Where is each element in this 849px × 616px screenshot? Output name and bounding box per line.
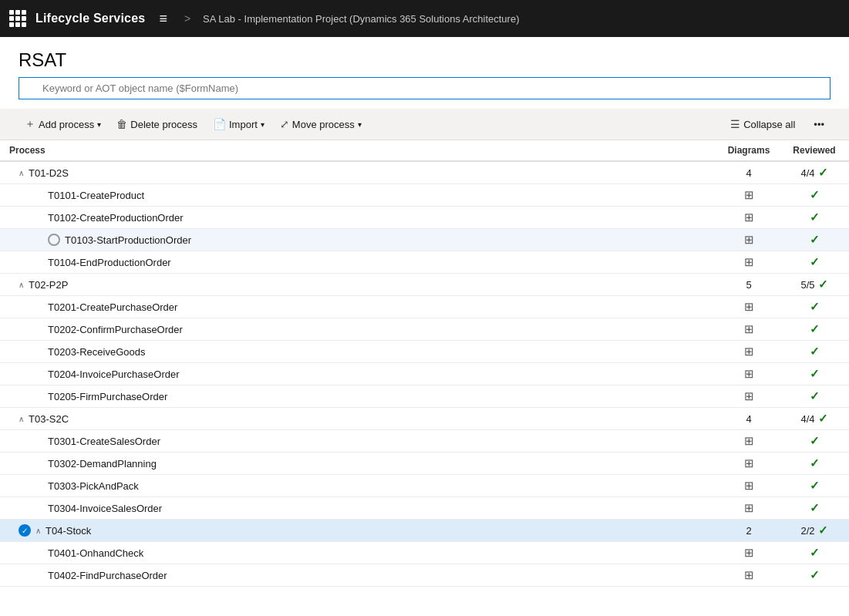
reviewed-cell: ✓	[780, 497, 849, 520]
chevron-icon[interactable]: ∧	[19, 415, 24, 423]
diagrams-cell: ⊞	[718, 341, 780, 363]
delete-process-button[interactable]: 🗑 Delete process	[110, 114, 204, 134]
table-row[interactable]: T0401-OnhandCheck⊞✓	[0, 542, 849, 564]
diagram-link-icon[interactable]: ⊞	[744, 546, 754, 559]
chevron-icon[interactable]: ∧	[35, 527, 41, 535]
table-row[interactable]: T0304-InvoiceSalesOrder⊞✓	[0, 497, 849, 520]
process-name-label: T0205-FirmPurchaseOrder	[48, 391, 167, 402]
diagrams-cell: ⊞	[718, 296, 780, 318]
reviewed-check-icon: ✓	[810, 367, 820, 380]
table-row[interactable]: ∧T02-P2P55/5✓	[0, 274, 849, 296]
table-row[interactable]: T0202-ConfirmPurchaseOrder⊞✓	[0, 318, 849, 341]
reviewed-check-icon: ✓	[810, 300, 820, 313]
hamburger-icon[interactable]: ≡	[154, 8, 172, 30]
breadcrumb: SA Lab - Implementation Project (Dynamic…	[203, 13, 519, 25]
table-row[interactable]: T0102-CreateProductionOrder⊞✓	[0, 207, 849, 229]
diagram-link-icon[interactable]: ⊞	[744, 322, 754, 335]
process-name-label: T0104-EndProductionOrder	[48, 257, 171, 268]
reviewed-cell: ✓	[780, 564, 849, 587]
diagram-link-icon[interactable]: ⊞	[744, 188, 754, 201]
more-options-button[interactable]: •••	[807, 115, 830, 134]
search-container: 🔍	[0, 77, 849, 109]
reviewed-cell: ✓	[780, 430, 849, 453]
grid-menu-icon[interactable]	[9, 10, 26, 27]
table-row[interactable]: T0203-ReceiveGoods⊞✓	[0, 341, 849, 363]
reviewed-cell: ✓	[780, 251, 849, 274]
reviewed-check-icon: ✓	[810, 322, 820, 335]
process-name-label: T0103-StartProductionOrder	[65, 234, 191, 246]
reviewed-check-icon: ✓	[810, 546, 820, 559]
search-input[interactable]	[19, 77, 830, 99]
app-title: Lifecycle Services	[35, 12, 145, 25]
column-diagrams: Diagrams	[718, 140, 780, 161]
diagrams-cell: ⊞	[718, 564, 780, 587]
reviewed-cell: 4/4✓	[780, 161, 849, 184]
table-row[interactable]: T0204-InvoicePurchaseOrder⊞✓	[0, 363, 849, 385]
diagram-link-icon[interactable]: ⊞	[744, 479, 754, 492]
import-button[interactable]: 📄 Import ▾	[207, 114, 271, 134]
table-row[interactable]: ∧T03-S2C44/4✓	[0, 408, 849, 430]
table-row[interactable]: T0201-CreatePurchaseOrder⊞✓	[0, 296, 849, 318]
process-name-label: T0303-PickAndPack	[48, 480, 139, 492]
process-name-label: T0201-CreatePurchaseOrder	[48, 301, 177, 313]
reviewed-badge: 4/4✓	[789, 166, 840, 180]
process-name-label: T0101-CreateProduct	[48, 190, 144, 201]
move-process-button[interactable]: ⤢ Move process ▾	[274, 114, 368, 134]
breadcrumb-separator: >	[184, 12, 190, 25]
diagrams-cell: ⊞	[718, 184, 780, 207]
add-process-button[interactable]: ＋ Add process ▾	[19, 113, 107, 135]
diagram-link-icon[interactable]: ⊞	[744, 255, 754, 268]
diagram-link-icon[interactable]: ⊞	[744, 233, 754, 246]
reviewed-cell: ✓	[780, 207, 849, 229]
table-row[interactable]: T0205-FirmPurchaseOrder⊞✓	[0, 385, 849, 408]
process-name-label: T0204-InvoicePurchaseOrder	[48, 369, 180, 380]
move-icon: ⤢	[280, 118, 289, 130]
diagrams-cell: ⊞	[718, 207, 780, 229]
import-chevron-icon: ▾	[261, 120, 264, 129]
diagram-link-icon[interactable]: ⊞	[744, 389, 754, 402]
chevron-icon[interactable]: ∧	[19, 281, 24, 289]
diagram-link-icon[interactable]: ⊞	[744, 210, 754, 224]
process-name-label: T0402-FindPurchaseOrder	[48, 570, 167, 581]
collapse-all-button[interactable]: ☰ Collapse all	[724, 114, 801, 134]
diagram-link-icon[interactable]: ⊞	[744, 501, 754, 514]
reviewed-cell: ✓	[780, 229, 849, 251]
reviewed-cell: ✓	[780, 318, 849, 341]
process-name-label: T0302-DemandPlanning	[48, 458, 157, 470]
process-name-label: T04-Stock	[45, 525, 91, 537]
reviewed-check-icon: ✓	[810, 568, 820, 581]
table-row[interactable]: T0303-PickAndPack⊞✓	[0, 475, 849, 497]
table-header-row: Process Diagrams Reviewed	[0, 140, 849, 161]
diagram-link-icon[interactable]: ⊞	[744, 568, 754, 581]
table-row[interactable]: T0101-CreateProduct⊞✓	[0, 184, 849, 207]
diagram-link-icon[interactable]: ⊞	[744, 300, 754, 313]
process-name-label: T0401-OnhandCheck	[48, 547, 143, 559]
reviewed-check-icon: ✓	[810, 456, 820, 470]
diagram-link-icon[interactable]: ⊞	[744, 367, 754, 380]
table-row[interactable]: T0104-EndProductionOrder⊞✓	[0, 251, 849, 274]
diagram-link-icon[interactable]: ⊞	[744, 434, 754, 447]
reviewed-cell: ✓	[780, 542, 849, 564]
diagrams-cell: 5	[718, 274, 780, 296]
trash-icon: 🗑	[116, 118, 127, 130]
diagram-link-icon[interactable]: ⊞	[744, 345, 754, 358]
table-row[interactable]: ✓∧T04-Stock22/2✓	[0, 520, 849, 542]
table-row[interactable]: T0302-DemandPlanning⊞✓	[0, 453, 849, 475]
import-icon: 📄	[213, 118, 226, 130]
ellipsis-icon: •••	[814, 119, 824, 130]
checked-circle-icon: ✓	[19, 524, 31, 537]
reviewed-cell: 4/4✓	[780, 408, 849, 430]
reviewed-cell: 5/5✓	[780, 274, 849, 296]
table-row[interactable]: T0301-CreateSalesOrder⊞✓	[0, 430, 849, 453]
chevron-icon[interactable]: ∧	[19, 169, 24, 177]
diagrams-cell: ⊞	[718, 453, 780, 475]
table-row[interactable]: ∧T01-D2S44/4✓	[0, 161, 849, 184]
table-row[interactable]: T0103-StartProductionOrder⊞✓	[0, 229, 849, 251]
reviewed-badge: 2/2✓	[789, 523, 840, 537]
reviewed-check-icon: ✓	[818, 278, 828, 291]
reviewed-cell: ✓	[780, 363, 849, 385]
process-name-label: T0301-CreateSalesOrder	[48, 436, 160, 447]
table-row[interactable]: T0402-FindPurchaseOrder⊞✓	[0, 564, 849, 587]
diagrams-cell: ⊞	[718, 318, 780, 341]
diagram-link-icon[interactable]: ⊞	[744, 456, 754, 470]
